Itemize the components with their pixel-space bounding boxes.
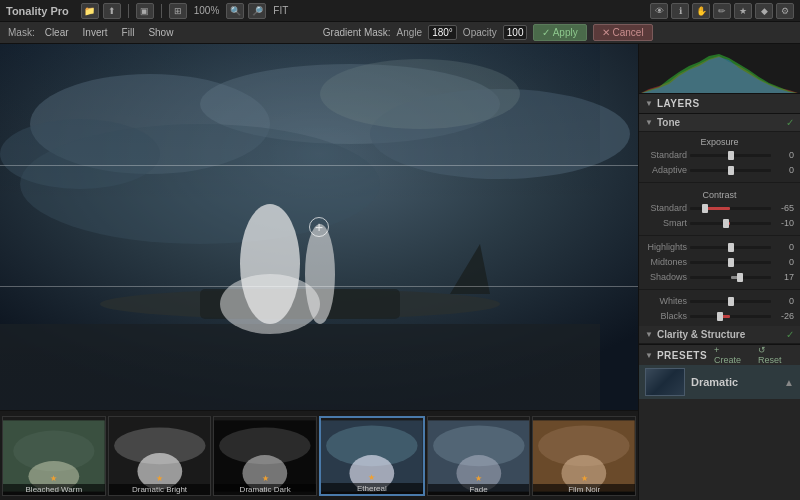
star-icon[interactable]: ★ xyxy=(734,3,752,19)
right-panel: ▼ LAYERS ▼ Tone ✓ Exposure Standard 0 xyxy=(638,44,800,500)
folder-icon[interactable]: 📁 xyxy=(81,3,99,19)
fill-button[interactable]: Fill xyxy=(118,26,139,39)
film-label-film-noir: Film Noir xyxy=(533,484,635,495)
export-icon[interactable]: ⬆ xyxy=(103,3,121,19)
adaptive-exposure-label: Adaptive xyxy=(645,165,687,175)
film-item-fade[interactable]: ★ Fade xyxy=(427,416,531,496)
mask-toolbar: Mask: Clear Invert Fill Show Gradient Ma… xyxy=(0,22,800,44)
app-title: Tonality Pro xyxy=(6,5,69,17)
standard-contrast-value: -65 xyxy=(774,203,794,213)
preset-thumb xyxy=(645,368,685,396)
tone-title: Tone xyxy=(657,117,680,128)
standard-exposure-row: Standard 0 xyxy=(645,148,794,162)
presets-header[interactable]: ▼ PRESETS + Create ↺ Reset xyxy=(639,345,800,365)
screen-icon[interactable]: ▣ xyxy=(136,3,154,19)
standard-contrast-track[interactable] xyxy=(690,207,771,210)
pen-icon[interactable]: ✏ xyxy=(713,3,731,19)
clarity-title: Clarity & Structure xyxy=(657,329,745,340)
histogram xyxy=(639,44,800,94)
main-layout: ★ Bleached Warm ★ Dramatic Bright ★ xyxy=(0,44,800,500)
whites-track[interactable] xyxy=(690,300,771,303)
midtones-value: 0 xyxy=(774,257,794,267)
film-item-ethereal[interactable]: ★ Ethereal xyxy=(319,416,425,496)
opacity-label: Opacity xyxy=(463,27,497,38)
tone-subsection: ▼ Tone ✓ Exposure Standard 0 Adaptive xyxy=(639,114,800,326)
film-item-dramatic-bright[interactable]: ★ Dramatic Bright xyxy=(108,416,212,496)
tonal-group: Highlights 0 Midtones 0 Shad xyxy=(639,238,800,287)
eye-icon[interactable]: 👁 xyxy=(650,3,668,19)
divider-1 xyxy=(639,182,800,183)
film-label-bleached-warm: Bleached Warm xyxy=(3,484,105,495)
contrast-title: Contrast xyxy=(645,190,794,200)
preset-name: Dramatic xyxy=(691,376,738,388)
toolbar-sep-2 xyxy=(161,4,162,18)
midtones-row: Midtones 0 xyxy=(645,255,794,269)
midtones-track[interactable] xyxy=(690,261,771,264)
invert-button[interactable]: Invert xyxy=(79,26,112,39)
shadows-row: Shadows 17 xyxy=(645,270,794,284)
image-area[interactable] xyxy=(0,44,638,410)
angle-value[interactable]: 180° xyxy=(428,25,457,40)
smart-contrast-track[interactable] xyxy=(690,222,771,225)
smart-contrast-row: Smart -10 xyxy=(645,216,794,230)
diamond-icon[interactable]: ◆ xyxy=(755,3,773,19)
info-icon[interactable]: ℹ xyxy=(671,3,689,19)
blacks-value: -26 xyxy=(774,311,794,321)
clear-button[interactable]: Clear xyxy=(41,26,73,39)
active-preset-item[interactable]: Dramatic ▲ xyxy=(639,365,800,399)
gradient-line-bottom xyxy=(0,286,638,287)
highlights-track[interactable] xyxy=(690,246,771,249)
blacks-label: Blacks xyxy=(645,311,687,321)
toolbar-sep-1 xyxy=(128,4,129,18)
crosshair xyxy=(309,217,329,237)
film-item-bleached-warm[interactable]: ★ Bleached Warm xyxy=(2,416,106,496)
main-image xyxy=(0,44,638,410)
film-item-film-noir[interactable]: ★ Film Noir xyxy=(532,416,636,496)
highlights-value: 0 xyxy=(774,242,794,252)
hand-icon[interactable]: ✋ xyxy=(692,3,710,19)
film-label-dramatic-dark: Dramatic Dark xyxy=(214,484,316,495)
clarity-arrow: ▼ xyxy=(645,330,653,339)
settings-icon[interactable]: ⚙ xyxy=(776,3,794,19)
zoom-in-icon[interactable]: 🔍 xyxy=(226,3,244,19)
presets-section: ▼ PRESETS + Create ↺ Reset Dramatic ▲ xyxy=(639,344,800,399)
whites-label: Whites xyxy=(645,296,687,306)
show-button[interactable]: Show xyxy=(144,26,177,39)
highlights-label: Highlights xyxy=(645,242,687,252)
left-panel: ★ Bleached Warm ★ Dramatic Bright ★ xyxy=(0,44,638,500)
angle-label: Angle xyxy=(397,27,423,38)
zoom-out-icon[interactable]: 🔎 xyxy=(248,3,266,19)
fit-label[interactable]: FIT xyxy=(273,5,288,16)
create-preset-button[interactable]: + Create xyxy=(711,345,751,365)
toolbar-right: 👁 ℹ ✋ ✏ ★ ◆ ⚙ xyxy=(650,3,794,19)
blacks-track[interactable] xyxy=(690,315,771,318)
preset-expand-icon[interactable]: ▲ xyxy=(784,377,794,388)
film-item-dramatic-dark[interactable]: ★ Dramatic Dark xyxy=(213,416,317,496)
divider-3 xyxy=(639,289,800,290)
view-icon[interactable]: ⊞ xyxy=(169,3,187,19)
exposure-title: Exposure xyxy=(645,137,794,147)
opacity-value[interactable]: 100 xyxy=(503,25,528,40)
standard-exposure-value: 0 xyxy=(774,150,794,160)
adaptive-exposure-track[interactable] xyxy=(690,169,771,172)
layers-arrow: ▼ xyxy=(645,99,653,108)
layers-section-header[interactable]: ▼ LAYERS xyxy=(639,94,800,114)
zoom-label: 100% xyxy=(194,5,220,16)
mask-label: Mask: xyxy=(8,27,35,38)
smart-contrast-value: -10 xyxy=(774,218,794,228)
standard-contrast-row: Standard -65 xyxy=(645,201,794,215)
shadows-track[interactable] xyxy=(690,276,771,279)
presets-title: PRESETS xyxy=(657,350,707,361)
clarity-header[interactable]: ▼ Clarity & Structure ✓ xyxy=(639,326,800,344)
reset-preset-button[interactable]: ↺ Reset xyxy=(755,345,794,365)
cancel-button[interactable]: ✕ Cancel xyxy=(593,24,653,41)
midtones-label: Midtones xyxy=(645,257,687,267)
apply-button[interactable]: ✓ Apply xyxy=(533,24,586,41)
gradient-line-top xyxy=(0,165,638,166)
standard-exposure-track[interactable] xyxy=(690,154,771,157)
film-label-fade: Fade xyxy=(428,484,530,495)
adaptive-exposure-row: Adaptive 0 xyxy=(645,163,794,177)
adaptive-exposure-value: 0 xyxy=(774,165,794,175)
tone-header[interactable]: ▼ Tone ✓ xyxy=(639,114,800,132)
top-toolbar: Tonality Pro 📁 ⬆ ▣ ⊞ 100% 🔍 🔎 FIT 👁 ℹ ✋ … xyxy=(0,0,800,22)
